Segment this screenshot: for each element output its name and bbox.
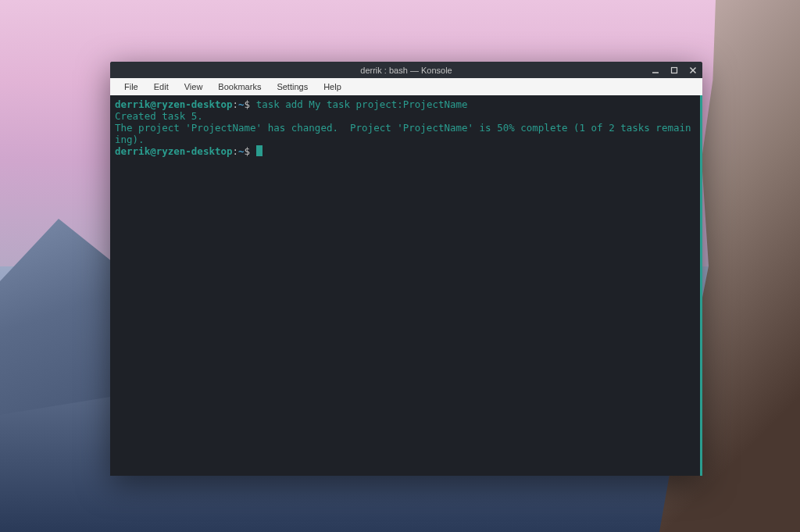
window-titlebar[interactable]: derrik : bash — Konsole xyxy=(110,62,702,78)
terminal-output-line: Created task 5. xyxy=(115,110,695,122)
menu-settings[interactable]: Settings xyxy=(269,80,316,94)
window-controls xyxy=(651,62,698,78)
terminal-line-prompt: derrik@ryzen-desktop:~$ task add My task… xyxy=(115,98,695,110)
prompt-separator: : xyxy=(233,98,239,110)
prompt-user-host: derrik@ryzen-desktop xyxy=(115,145,233,157)
menu-view[interactable]: View xyxy=(177,80,211,94)
menubar: File Edit View Bookmarks Settings Help xyxy=(110,78,702,95)
maximize-button[interactable] xyxy=(670,66,679,75)
terminal-area[interactable]: derrik@ryzen-desktop:~$ task add My task… xyxy=(110,95,702,476)
menu-file[interactable]: File xyxy=(116,80,146,94)
terminal-cursor xyxy=(256,145,262,156)
konsole-window: derrik : bash — Konsole File Edit View B… xyxy=(110,62,702,476)
menu-edit[interactable]: Edit xyxy=(146,80,177,94)
terminal-line-prompt-active: derrik@ryzen-desktop:~$ xyxy=(115,145,695,157)
window-title: derrik : bash — Konsole xyxy=(360,66,452,75)
prompt-path: ~ xyxy=(238,145,245,157)
prompt-separator: : xyxy=(233,145,239,157)
prompt-path: ~ xyxy=(238,98,245,110)
svg-rect-1 xyxy=(672,67,677,73)
menu-help[interactable]: Help xyxy=(316,80,349,94)
close-button[interactable] xyxy=(688,66,698,75)
prompt-symbol: $ xyxy=(245,98,251,110)
command-text: task add My task project:ProjectName xyxy=(256,98,468,110)
minimize-button[interactable] xyxy=(651,66,660,75)
terminal-output-line: The project 'ProjectName' has changed. P… xyxy=(115,122,695,145)
menu-bookmarks[interactable]: Bookmarks xyxy=(210,80,269,94)
prompt-symbol: $ xyxy=(245,145,251,157)
prompt-user-host: derrik@ryzen-desktop xyxy=(115,98,233,110)
